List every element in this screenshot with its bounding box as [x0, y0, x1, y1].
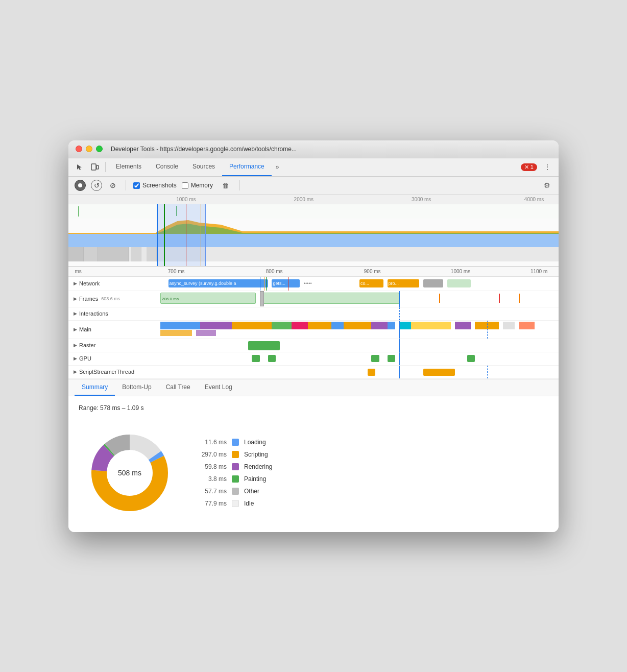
tab-console[interactable]: Console	[149, 158, 185, 176]
vline-blue-1	[260, 277, 260, 291]
main-vline-dashed	[487, 321, 488, 339]
network-label: Network	[79, 280, 100, 286]
flame-ruler-800: 800 ms	[266, 269, 283, 274]
ruler-mark-3000: 3000 ms	[412, 197, 431, 202]
tab-bottom-up[interactable]: Bottom-Up	[115, 379, 158, 396]
chevron-interactions: ▶	[74, 311, 77, 316]
screenshots-checkbox[interactable]	[133, 182, 140, 189]
tab-sources[interactable]: Sources	[185, 158, 222, 176]
raster-vline	[399, 339, 400, 352]
settings-button[interactable]: ⚙	[541, 180, 552, 191]
perf-toolbar: ↺ ⊘ Screenshots Memory 🗑 ⚙	[68, 177, 559, 195]
network-bar-4[interactable]: pro...	[388, 279, 419, 287]
track-label-raster[interactable]: ▶ Raster	[68, 342, 160, 348]
error-badge[interactable]: ✕ 1	[521, 163, 537, 171]
tab-call-tree[interactable]: Call Tree	[159, 379, 198, 396]
legend-other-value: 57.7 ms	[196, 488, 227, 495]
devtools-window: Developer Tools - https://developers.goo…	[68, 140, 559, 532]
track-scriptstreamer: ▶ ScriptStreamerThread	[68, 366, 559, 379]
legend-painting: 3.8 ms Painting	[196, 475, 272, 483]
track-label-frames[interactable]: ▶ Frames 603.6 ms	[68, 296, 160, 302]
memory-checkbox[interactable]	[182, 182, 188, 189]
track-label-gpu[interactable]: ▶ GPU	[68, 355, 160, 362]
network-bar-1[interactable]: async_survey (survey.g.double a	[168, 279, 268, 287]
toolbar-right: ✕ 1 ⋮	[521, 160, 554, 174]
network-bar-5[interactable]	[423, 279, 443, 287]
frames-vline-blue	[399, 291, 400, 307]
network-bar-2[interactable]: gets...	[272, 279, 300, 287]
network-bar-6[interactable]	[447, 279, 471, 287]
window-title: Developer Tools - https://developers.goo…	[111, 146, 551, 153]
legend-scripting: 297.0 ms Scripting	[196, 451, 272, 458]
script-vline-dashed	[487, 366, 488, 378]
memory-checkbox-label[interactable]: Memory	[182, 182, 213, 189]
svg-rect-1	[97, 165, 99, 169]
network-bar-3[interactable]: co...	[359, 279, 383, 287]
main-vline-blue	[399, 321, 400, 339]
gpu-label: GPU	[79, 355, 91, 362]
donut-center-label: 508 ms	[118, 469, 141, 477]
summary-body: 508 ms 11.6 ms Loading 297.0 ms Scriptin…	[79, 422, 548, 524]
legend-other-swatch	[232, 488, 239, 495]
more-options-icon[interactable]: ⋮	[540, 160, 554, 174]
legend-painting-value: 3.8 ms	[196, 475, 227, 483]
chevron-network: ▶	[74, 281, 77, 286]
legend-painting-swatch	[232, 475, 239, 483]
close-button[interactable]	[76, 146, 82, 152]
perf-divider-2	[239, 180, 240, 190]
network-track-content: async_survey (survey.g.double a gets... …	[160, 277, 559, 291]
minimize-button[interactable]	[86, 146, 92, 152]
track-label-main[interactable]: ▶ Main	[68, 326, 160, 332]
device-toggle-icon[interactable]	[88, 160, 102, 174]
record-button[interactable]	[75, 180, 86, 191]
frames-label: Frames	[79, 296, 98, 302]
flame-ruler-ms: ms	[75, 269, 82, 274]
delete-recording-button[interactable]: 🗑	[218, 178, 232, 193]
flame-ruler-900: 900 ms	[364, 269, 381, 274]
frames-track-content: 206.0 ms	[160, 291, 559, 307]
track-label-scriptstreamer[interactable]: ▶ ScriptStreamerThread	[68, 369, 160, 375]
legend-loading-label: Loading	[244, 439, 266, 446]
maximize-button[interactable]	[96, 146, 103, 152]
legend-other-label: Other	[244, 488, 259, 495]
timeline-ruler: 1000 ms 2000 ms 3000 ms 4000 ms	[68, 195, 559, 204]
chevron-frames: ▶	[74, 296, 77, 301]
scriptstreamer-track-content	[160, 366, 559, 378]
chevron-main: ▶	[74, 327, 77, 332]
gpu-track-content	[160, 352, 559, 365]
interactions-vline	[399, 307, 400, 320]
clear-button[interactable]: ⊘	[107, 180, 118, 191]
track-main: ▶ Main	[68, 321, 559, 339]
ruler-mark-2000: 2000 ms	[294, 197, 314, 202]
perf-divider-1	[126, 180, 126, 190]
main-tab-bar: Elements Console Sources Performance »	[109, 158, 520, 176]
range-text: Range: 578 ms – 1.09 s	[79, 404, 548, 412]
legend-rendering: 59.8 ms Rendering	[196, 463, 272, 470]
tab-elements[interactable]: Elements	[109, 158, 149, 176]
interactions-label: Interactions	[79, 310, 108, 317]
legend-rendering-label: Rendering	[244, 463, 272, 470]
legend-rendering-value: 59.8 ms	[196, 463, 227, 470]
legend-rendering-swatch	[232, 463, 239, 470]
summary-content: Range: 578 ms – 1.09 s	[68, 396, 559, 532]
tab-event-log[interactable]: Event Log	[198, 379, 239, 396]
flame-ruler-700: 700 ms	[168, 269, 185, 274]
ruler-mark-1000: 1000 ms	[176, 197, 196, 202]
refresh-record-button[interactable]: ↺	[91, 180, 102, 191]
bottom-tab-bar: Summary Bottom-Up Call Tree Event Log	[68, 379, 559, 396]
main-label: Main	[79, 326, 91, 332]
svg-rect-0	[91, 164, 96, 170]
title-bar: Developer Tools - https://developers.goo…	[68, 140, 559, 158]
cursor-icon[interactable]	[73, 160, 87, 174]
track-label-network[interactable]: ▶ Network	[68, 280, 160, 286]
track-label-interactions[interactable]: ▶ Interactions	[68, 310, 160, 317]
legend-scripting-label: Scripting	[244, 451, 268, 458]
screenshots-checkbox-label[interactable]: Screenshots	[133, 182, 177, 189]
tab-overflow[interactable]: »	[272, 163, 283, 171]
vline-orange-1	[264, 277, 264, 291]
legend-loading: 11.6 ms Loading	[196, 439, 272, 446]
overview-canvas	[68, 204, 559, 266]
tab-performance[interactable]: Performance	[222, 158, 272, 176]
tab-summary[interactable]: Summary	[75, 379, 115, 396]
chevron-scriptstreamer: ▶	[74, 369, 77, 374]
